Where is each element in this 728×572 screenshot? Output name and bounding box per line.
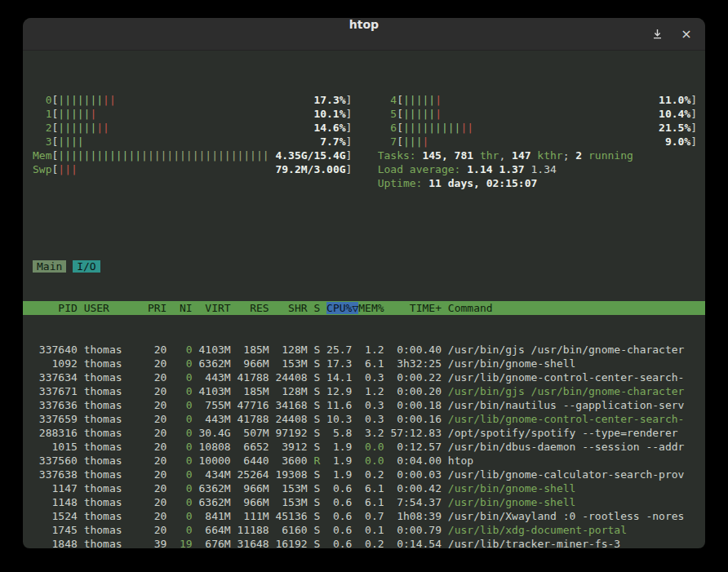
column-header-user[interactable]: USER bbox=[84, 302, 148, 314]
cell-res: 111M bbox=[237, 510, 276, 522]
meter-value: 17.3% bbox=[313, 94, 345, 106]
cell-shr: 97192 bbox=[275, 427, 313, 439]
column-header-ni[interactable]: NI bbox=[173, 302, 198, 314]
download-button[interactable] bbox=[650, 27, 664, 42]
cell-ni: 0 bbox=[173, 413, 198, 425]
cell-cpu: 5.8 bbox=[326, 427, 358, 439]
process-row[interactable]: 337634 thomas 20 0 443M 41788 24408 S 14… bbox=[23, 370, 705, 384]
cell-user: thomas bbox=[84, 538, 148, 548]
cell-pid: 1848 bbox=[33, 538, 84, 548]
process-row[interactable]: 337560 thomas 20 0 10000 6440 3600 R 1.9… bbox=[23, 454, 705, 468]
load-average: Load average: 1.14 1.37 1.34 bbox=[378, 163, 557, 175]
cell-pid: 337640 bbox=[33, 344, 84, 356]
cell-shr: 3600 bbox=[275, 454, 313, 467]
column-header-cpu[interactable]: CPU%▽ bbox=[326, 302, 358, 314]
cell-user: thomas bbox=[84, 510, 148, 522]
tab-io[interactable]: I/O bbox=[73, 260, 100, 273]
process-row[interactable]: 1848 thomas 39 19 676M 31648 16192 S 0.6… bbox=[23, 537, 705, 548]
window-title: htop bbox=[23, 18, 705, 50]
cell-ni: 0 bbox=[173, 357, 198, 370]
meters-panel: 0[||||||||| 17.3%] 4[|||||| 11.0%] 1[|||… bbox=[23, 93, 705, 190]
column-header-time[interactable]: TIME+ bbox=[390, 302, 447, 314]
column-header-state[interactable]: S bbox=[313, 302, 326, 314]
cell-state: S bbox=[313, 441, 326, 453]
titlebar[interactable]: htop × bbox=[23, 18, 705, 51]
cell-state: S bbox=[313, 344, 326, 356]
column-header-pri[interactable]: PRI bbox=[148, 302, 173, 314]
cell-cpu: 14.1 bbox=[326, 371, 358, 384]
cell-cpu: 11.6 bbox=[326, 399, 358, 411]
process-row[interactable]: 1524 thomas 20 0 841M 111M 45136 S 0.6 0… bbox=[23, 509, 705, 523]
cell-res: 41788 bbox=[237, 371, 276, 384]
cell-time: 0:04.00 bbox=[390, 454, 447, 467]
column-header-shr[interactable]: SHR bbox=[275, 302, 313, 314]
cell-mem: 0.0 bbox=[358, 441, 390, 453]
cell-pid: 288316 bbox=[33, 427, 84, 439]
cpu-meter-7: 7[|||| 9.0%] bbox=[378, 135, 697, 148]
tab-main[interactable]: Main bbox=[33, 260, 66, 273]
process-row[interactable]: 1148 thomas 20 0 6362M 966M 153M S 0.6 6… bbox=[23, 495, 705, 509]
cell-cpu: 0.6 bbox=[326, 496, 358, 508]
cell-pri: 20 bbox=[148, 357, 173, 370]
cell-user: thomas bbox=[84, 371, 148, 384]
cell-command: /usr/lib/tracker-miner-fs-3 bbox=[448, 538, 620, 548]
process-row[interactable]: 1092 thomas 20 0 6362M 966M 153M S 17.3 … bbox=[23, 357, 705, 370]
column-header-pid[interactable]: PID bbox=[33, 302, 84, 314]
meter-label: 3 bbox=[33, 135, 51, 148]
table-header: PID USER PRI NI VIRT RES SHR S CPU%▽MEM%… bbox=[23, 301, 705, 315]
cell-cpu: 17.3 bbox=[326, 357, 358, 370]
column-header-command[interactable]: Command bbox=[448, 302, 493, 314]
cell-shr: 153M bbox=[275, 496, 313, 508]
meter-value: 10.1% bbox=[313, 108, 345, 120]
process-row[interactable]: 337636 thomas 20 0 755M 47716 34168 S 11… bbox=[23, 398, 705, 412]
cell-pri: 20 bbox=[148, 399, 173, 411]
close-button[interactable]: × bbox=[679, 27, 694, 42]
meter-value: 4.35G/15.4G bbox=[275, 149, 345, 162]
column-header-res[interactable]: RES bbox=[237, 302, 276, 314]
cell-virt: 6362M bbox=[199, 482, 237, 494]
process-row[interactable]: 337671 thomas 20 0 4103M 185M 128M S 12.… bbox=[23, 384, 705, 398]
column-header-virt[interactable]: VIRT bbox=[199, 302, 237, 314]
process-table: 337640 thomas 20 0 4103M 185M 128M S 25.… bbox=[23, 343, 705, 548]
cell-pri: 20 bbox=[148, 413, 173, 425]
meter-bar: | bbox=[435, 94, 442, 106]
cell-mem: 0.3 bbox=[358, 413, 390, 425]
cpu-meter-row: 3[|||| 7.7%] 7[|||| 9.0%] bbox=[23, 135, 705, 149]
meter-label: 1 bbox=[33, 108, 51, 120]
cell-virt: 10000 bbox=[199, 454, 237, 467]
cell-pri: 20 bbox=[148, 524, 173, 536]
meter-bar: ||| bbox=[403, 135, 422, 148]
meter-bar: |||||| bbox=[58, 122, 96, 134]
cell-shr: 3912 bbox=[275, 441, 313, 453]
column-header-mem[interactable]: MEM% bbox=[358, 302, 390, 314]
cell-time: 0:14.54 bbox=[390, 538, 447, 548]
cell-shr: 19308 bbox=[275, 468, 313, 481]
process-row[interactable]: 1147 thomas 20 0 6362M 966M 153M S 0.6 6… bbox=[23, 481, 705, 495]
cell-command: /usr/bin/gnome-shell bbox=[448, 357, 576, 370]
cell-virt: 4103M bbox=[199, 385, 237, 397]
cell-user: thomas bbox=[84, 385, 148, 397]
process-row[interactable]: 337638 thomas 20 0 434M 25264 19308 S 1.… bbox=[23, 468, 705, 481]
process-row[interactable]: 337640 thomas 20 0 4103M 185M 128M S 25.… bbox=[23, 343, 705, 357]
cell-time: 0:00.42 bbox=[390, 482, 447, 494]
cell-virt: 30.4G bbox=[199, 427, 237, 439]
cell-pid: 1092 bbox=[33, 357, 84, 370]
cell-time: 0:00.22 bbox=[390, 371, 447, 384]
process-row[interactable]: 288316 thomas 20 0 30.4G 507M 97192 S 5.… bbox=[23, 426, 705, 440]
cell-pid: 1524 bbox=[33, 510, 84, 522]
cell-virt: 443M bbox=[199, 371, 237, 384]
cell-user: thomas bbox=[84, 357, 148, 370]
process-row[interactable]: 1745 thomas 20 0 664M 11188 6160 S 0.6 0… bbox=[23, 523, 705, 537]
cell-virt: 6362M bbox=[199, 357, 237, 370]
cpu-meter-3: 3[|||| 7.7%] bbox=[33, 135, 352, 148]
cell-pid: 1148 bbox=[33, 496, 84, 508]
process-row[interactable]: 1015 thomas 20 0 10808 6652 3912 S 1.9 0… bbox=[23, 440, 705, 454]
process-row[interactable]: 337659 thomas 20 0 443M 41788 24408 S 10… bbox=[23, 412, 705, 426]
cell-cpu: 12.9 bbox=[326, 385, 358, 397]
download-icon bbox=[652, 29, 663, 39]
cell-virt: 4103M bbox=[199, 344, 237, 356]
cell-ni: 0 bbox=[173, 482, 198, 494]
cell-command: /usr/lib/gnome-control-center-search- bbox=[448, 413, 685, 425]
cell-shr: 24408 bbox=[275, 371, 313, 384]
cell-cpu: 1.9 bbox=[326, 441, 358, 453]
